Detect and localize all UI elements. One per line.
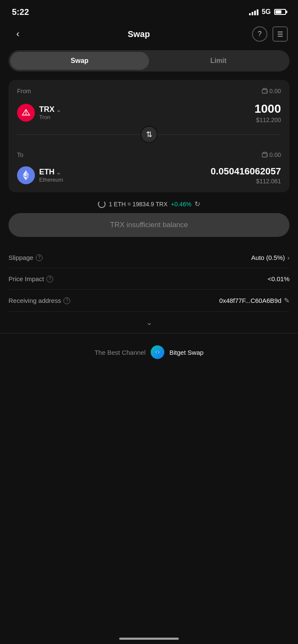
bitget-swap-logo (151, 345, 164, 359)
to-token-chevron: ⌄ (56, 169, 61, 176)
action-button: TRX insufficient balance (9, 213, 289, 237)
from-label: From (17, 88, 31, 94)
page-title: Swap (128, 29, 150, 39)
status-time: 5:22 (12, 7, 29, 17)
signal-icon (249, 9, 258, 15)
from-wallet-icon (262, 88, 268, 94)
swap-card: From 0.00 TRX ⌄ (9, 80, 289, 192)
from-token-chevron: ⌄ (56, 106, 61, 113)
info-section: Slippage ? Auto (0.5%) › Price Impact ? … (9, 247, 289, 312)
to-amount-col: 0.050416062057 $112.061 (211, 166, 281, 185)
from-amount-usd: $112.200 (255, 117, 281, 123)
from-token-row: TRX ⌄ Tron 1000 $112.200 (17, 102, 281, 123)
menu-icon: ☰ (277, 30, 283, 38)
status-icons: 5G (249, 8, 286, 16)
from-token-name: Tron (39, 114, 61, 120)
refresh-icon (98, 200, 106, 208)
help-icon: ? (258, 30, 262, 38)
home-indicator (119, 638, 179, 640)
best-channel-label: The Best Channel (95, 349, 146, 356)
back-arrow-icon: ‹ (16, 28, 19, 40)
rate-text: 1 ETH = 19834.9 TRX (109, 201, 168, 208)
tab-limit[interactable]: Limit (149, 52, 288, 70)
svg-rect-6 (266, 155, 266, 156)
action-button-label: TRX insufficient balance (110, 221, 188, 229)
receiving-address-row: Receiving address ? 0x48f77F...C60A6B9d … (9, 290, 289, 312)
to-amount: 0.050416062057 (211, 166, 281, 177)
rate-change: +0.46% (171, 201, 192, 208)
expand-row[interactable]: ⌄ (0, 312, 298, 333)
tab-swap[interactable]: Swap (10, 52, 149, 70)
swap-direction-button[interactable]: ⇅ (140, 126, 158, 143)
trx-icon (17, 104, 35, 122)
channel-name: Bitget Swap (169, 349, 203, 356)
swap-arrows-icon: ⇅ (146, 130, 152, 139)
slippage-value: Auto (0.5%) › (251, 254, 289, 261)
eth-logo (22, 170, 30, 180)
from-token-symbol: TRX (39, 105, 54, 114)
eth-icon (17, 166, 35, 184)
to-token-info: ETH ⌄ Ethereum (39, 168, 63, 183)
from-row-top: From 0.00 (17, 88, 281, 100)
to-token-row: ETH ⌄ Ethereum 0.050416062057 $112.061 (17, 166, 281, 185)
receiving-address-label: Receiving address ? (9, 297, 70, 304)
status-bar: 5:22 5G (0, 0, 298, 21)
battery-fill (275, 10, 281, 14)
sync-icon[interactable]: ↻ (195, 200, 200, 208)
to-row-top: To 0.00 (17, 151, 281, 163)
to-balance-value: 0.00 (269, 151, 281, 158)
to-token-name: Ethereum (39, 177, 63, 183)
to-balance: 0.00 (262, 151, 281, 158)
header-actions: ? ☰ (252, 26, 288, 42)
battery-icon (274, 9, 286, 15)
to-token-symbol: ETH (39, 168, 54, 177)
price-impact-label: Price Impact ? (9, 275, 53, 282)
svg-marker-12 (26, 176, 29, 181)
slippage-row[interactable]: Slippage ? Auto (0.5%) › (9, 247, 289, 268)
from-token-selector[interactable]: TRX ⌄ Tron (17, 104, 250, 122)
tab-switcher: Swap Limit (9, 50, 289, 71)
slippage-label: Slippage ? (9, 254, 43, 261)
network-type: 5G (262, 8, 271, 16)
from-amount-col: 1000 $112.200 (255, 102, 281, 123)
trx-logo (21, 108, 31, 117)
from-amount: 1000 (255, 102, 281, 116)
receiving-address-value: 0x48f77F...C60A6B9d ✎ (219, 296, 289, 305)
svg-marker-11 (23, 176, 26, 181)
to-section: To 0.00 (17, 151, 281, 185)
help-button[interactable]: ? (252, 26, 267, 42)
rate-row: 1 ETH = 19834.9 TRX +0.46% ↻ (9, 200, 289, 208)
slippage-help-icon: ? (36, 254, 43, 261)
to-label: To (17, 151, 23, 158)
channel-row: The Best Channel Bitget Swap (0, 333, 298, 371)
price-impact-row: Price Impact ? <0.01% (9, 268, 289, 290)
bitget-logo-icon (154, 348, 161, 356)
receiving-address-help-icon: ? (63, 297, 70, 304)
price-impact-help-icon: ? (46, 276, 53, 282)
svg-rect-1 (266, 91, 266, 92)
expand-chevron-icon: ⌄ (146, 318, 152, 327)
to-amount-usd: $112.061 (211, 178, 281, 185)
edit-address-icon[interactable]: ✎ (284, 296, 289, 305)
swap-divider: ⇅ (17, 123, 281, 145)
to-token-selector[interactable]: ETH ⌄ Ethereum (17, 166, 206, 184)
to-wallet-icon (262, 152, 268, 158)
from-balance: 0.00 (262, 88, 281, 94)
back-button[interactable]: ‹ (10, 26, 26, 42)
slippage-chevron: › (287, 254, 289, 261)
price-impact-value: <0.01% (268, 275, 289, 282)
from-token-info: TRX ⌄ Tron (39, 105, 61, 120)
from-balance-value: 0.00 (269, 88, 281, 94)
menu-button[interactable]: ☰ (272, 26, 288, 42)
header: ‹ Swap ? ☰ (0, 21, 298, 47)
svg-point-14 (156, 351, 158, 353)
